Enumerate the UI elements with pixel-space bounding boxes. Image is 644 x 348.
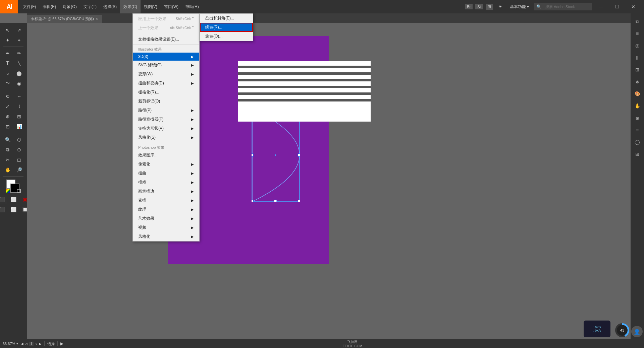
swatches-panel-icon[interactable]: ◙	[632, 113, 643, 123]
close-button[interactable]: ✕	[627, 2, 640, 12]
menu-distort-transform[interactable]: 扭曲和变换(D) ▶	[133, 79, 199, 88]
zoom-dropdown-icon[interactable]: ▾	[16, 342, 18, 345]
menu-blur[interactable]: 模糊 ▶	[133, 178, 199, 187]
align-panel-icon[interactable]: |||	[632, 52, 643, 63]
paintbrush-tool[interactable]: 〜	[2, 79, 13, 88]
scale-tool[interactable]: ⤢	[2, 102, 13, 111]
blend-tool[interactable]: ⧉	[2, 145, 13, 154]
eraser-tool[interactable]: ◻	[14, 155, 24, 164]
maximize-button[interactable]: ❐	[610, 2, 624, 12]
menu-warp[interactable]: 扭曲 ▶	[133, 169, 199, 178]
menu-video[interactable]: 视频 ▶	[133, 223, 199, 232]
menu-3d[interactable]: 3D(3) ▶	[133, 53, 199, 61]
glyphs-panel-icon[interactable]: ♣	[632, 76, 643, 87]
menu-rasterize[interactable]: 栅格化(R)...	[133, 88, 199, 97]
avatar-small[interactable]: 👤	[631, 326, 643, 337]
text-tool[interactable]: T	[2, 59, 13, 68]
paint-tool[interactable]: ⬤	[14, 69, 24, 78]
nav-back2-icon[interactable]: ◁	[25, 342, 28, 346]
menu-effect-gallery[interactable]: 效果图库...	[133, 151, 199, 160]
menu-svg-filters[interactable]: SVG 滤镜(G) ▶	[133, 61, 199, 70]
layers-panel-icon[interactable]: ⧉	[632, 16, 643, 27]
transform-panel-icon[interactable]: ✋	[632, 100, 643, 111]
minimize-button[interactable]: ─	[594, 2, 608, 12]
reflect-tool[interactable]: ↔	[14, 92, 24, 101]
workspace-layout[interactable]: ⊞	[486, 4, 493, 10]
st-badge[interactable]: St	[475, 4, 483, 9]
stroke-panel-icon[interactable]: ≡	[632, 125, 643, 135]
document-tab[interactable]: 未标题-2* @ 66.67% (RGB/GPU 预览) ×	[27, 15, 102, 23]
menu-object[interactable]: 对象(O)	[59, 0, 80, 13]
menu-sketch[interactable]: 素描 ▶	[133, 196, 199, 205]
menu-file[interactable]: 文件(F)	[19, 0, 39, 13]
none-icon[interactable]	[17, 189, 21, 193]
pencil-tool[interactable]: ✏	[14, 49, 24, 58]
warp-tool[interactable]: ⌇	[14, 102, 24, 111]
color-icon[interactable]	[6, 189, 10, 193]
screen-mode-btn[interactable]: ⬛	[0, 195, 7, 204]
page-number[interactable]: 1	[29, 342, 34, 346]
nav-fwd2-icon[interactable]: ▷	[35, 342, 38, 346]
nav-fwd-icon[interactable]: ▶	[39, 342, 42, 346]
magic-wand-tool[interactable]: ✦	[2, 36, 13, 45]
actions-panel-icon[interactable]: ⊞	[632, 149, 643, 159]
lasso-tool[interactable]: ⌖	[14, 36, 24, 45]
direct-selection-tool[interactable]: ↗	[14, 25, 24, 35]
menu-pathfinder[interactable]: 路径查找器(F) ▶	[133, 115, 199, 124]
menu-brush-strokes[interactable]: 画笔描边 ▶	[133, 187, 199, 196]
share-btn[interactable]: ✈	[496, 3, 504, 10]
play-btn[interactable]: ▶	[60, 341, 63, 346]
workspace-selector[interactable]: 基本功能 ▾	[507, 3, 532, 11]
color-guide-icon[interactable]: 🎨	[632, 88, 643, 99]
menu-raster-settings[interactable]: 文档栅格效果设置(E)...	[133, 35, 199, 44]
menu-edit[interactable]: 编辑(E)	[39, 0, 59, 13]
menu-help[interactable]: 帮助(H)	[182, 0, 202, 13]
menu-pixelate[interactable]: 像素化 ▶	[133, 160, 199, 169]
hand-tool[interactable]: ✋	[2, 165, 13, 175]
shape-builder-tool[interactable]: ⊞	[14, 112, 24, 121]
menu-view[interactable]: 视图(V)	[141, 0, 161, 13]
menu-path[interactable]: 路径(P) ▶	[133, 106, 199, 115]
line-tool[interactable]: ╲	[14, 59, 24, 68]
bar-chart-tool[interactable]: 📊	[14, 122, 24, 131]
pathfinder-panel-icon[interactable]: ⊞	[632, 64, 643, 75]
appearance-panel-icon[interactable]: ◎	[632, 40, 643, 51]
menu-texture[interactable]: 纹理 ▶	[133, 205, 199, 214]
menu-window[interactable]: 窗口(W)	[161, 0, 182, 13]
screen-mode2-btn[interactable]: ⬜	[8, 195, 19, 204]
menu-text[interactable]: 文字(T)	[80, 0, 100, 13]
menu-distort[interactable]: 变形(W) ▶	[133, 70, 199, 79]
menu-stylize2[interactable]: 风格化 ▶	[133, 232, 199, 241]
menu-effect[interactable]: 效果(C)	[120, 0, 141, 13]
selected-shape[interactable]	[252, 108, 300, 202]
menu-last-effect[interactable]: 上一个效果 Alt+Shift+Ctrl+E	[133, 23, 199, 32]
menu-stylize[interactable]: 风格化(S) ▶	[133, 133, 199, 142]
menu-crop-marks[interactable]: 裁剪标记(O)	[133, 97, 199, 106]
eyedropper-tool[interactable]: 🔍	[2, 135, 13, 144]
tab-close-btn[interactable]: ×	[96, 17, 98, 21]
pen-tool[interactable]: ✒	[2, 49, 13, 58]
selection-tool[interactable]: ↖	[2, 25, 13, 35]
br-badge[interactable]: Br	[465, 4, 473, 9]
menu-extrude-bevel[interactable]: 凸出和斜角(E)...	[200, 14, 253, 23]
zoom-tool[interactable]: 🔎	[14, 165, 24, 175]
menu-rotate-3d[interactable]: 旋转(O)...	[200, 32, 253, 41]
slice-tool[interactable]: ✂	[2, 155, 13, 164]
symbols-panel-icon[interactable]: ◯	[632, 137, 643, 147]
perspective-tool[interactable]: ⊡	[2, 122, 13, 131]
menu-art-effects[interactable]: 艺术效果 ▶	[133, 214, 199, 223]
menu-revolve[interactable]: 绕转(R)...	[200, 23, 253, 32]
blob-tool[interactable]: ◉	[14, 79, 24, 88]
properties-panel-icon[interactable]: ≡	[632, 28, 643, 39]
nav-back-icon[interactable]: ◀	[21, 342, 23, 346]
artboard-mode2-btn[interactable]: ⬜	[8, 205, 19, 214]
ellipse-tool[interactable]: ○	[2, 69, 13, 78]
auto-trace-tool[interactable]: ⊙	[14, 145, 24, 154]
canvas-area[interactable]	[27, 23, 631, 348]
rotate-tool[interactable]: ↻	[2, 92, 13, 101]
paint-bucket-tool[interactable]: ⬡	[14, 135, 24, 144]
free-transform-tool[interactable]: ⊕	[2, 112, 13, 121]
menu-apply-last-effect[interactable]: 应用上一个效果 Shift+Ctrl+E	[133, 14, 199, 23]
menu-convert-shape[interactable]: 转换为形状(V) ▶	[133, 124, 199, 133]
search-input[interactable]	[543, 4, 590, 10]
